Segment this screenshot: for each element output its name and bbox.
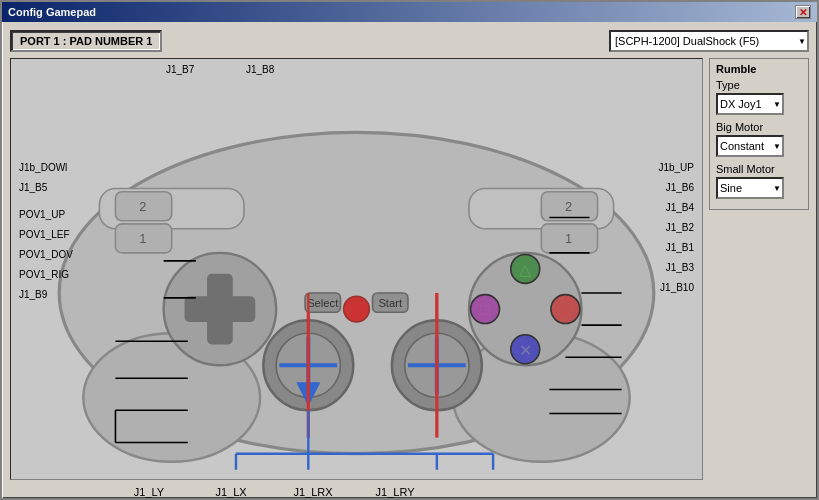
svg-text:Start: Start — [378, 297, 403, 309]
btn-label-pov1-up[interactable]: POV1_UP — [19, 209, 65, 220]
btn-label-pov1-left[interactable]: POV1_LEF — [19, 229, 70, 240]
rumble-title: Rumble — [716, 63, 802, 75]
title-bar: Config Gamepad ✕ — [2, 2, 817, 22]
rumble-big-motor-select[interactable]: Constant Sine None — [716, 135, 784, 157]
svg-point-31 — [344, 296, 370, 322]
config-gamepad-window: Config Gamepad ✕ PORT 1 : PAD NUMBER 1 [… — [0, 0, 819, 500]
rumble-box: Rumble Type DX Joy1 DX Joy2 None Big Mo — [709, 58, 809, 210]
pad-select-wrapper: [SCPH-1200] DualShock (F5) — [609, 30, 809, 52]
close-button[interactable]: ✕ — [795, 5, 811, 19]
btn-label-pov1-down[interactable]: POV1_DOV — [19, 249, 73, 260]
rumble-type-select-wrapper: DX Joy1 DX Joy2 None — [716, 93, 784, 115]
svg-text:1: 1 — [565, 231, 572, 246]
gamepad-svg: △ ○ ✕ □ Select Start — [11, 59, 702, 479]
btn-label-j1-b8[interactable]: J1_B8 — [246, 64, 274, 75]
axis-label-j1lx: J1_LX — [190, 486, 272, 498]
btn-label-j1-b4[interactable]: J1_B4 — [666, 202, 694, 213]
axis-label-j1lry: J1_LRY — [354, 486, 436, 498]
gamepad-area: △ ○ ✕ □ Select Start — [10, 58, 703, 480]
right-panel: Rumble Type DX Joy1 DX Joy2 None Big Mo — [709, 58, 809, 480]
rumble-small-motor-select-wrapper: Sine Constant None — [716, 177, 784, 199]
rumble-type-label: Type — [716, 79, 802, 91]
rumble-small-motor-select[interactable]: Sine Constant None — [716, 177, 784, 199]
axis-label-j1ly: J1_LY — [108, 486, 190, 498]
btn-label-j1-b5[interactable]: J1_B5 — [19, 182, 47, 193]
svg-text:○: ○ — [561, 301, 571, 319]
rumble-big-motor-field: Big Motor Constant Sine None — [716, 121, 802, 157]
svg-text:1: 1 — [139, 231, 146, 246]
rumble-big-motor-label: Big Motor — [716, 121, 802, 133]
btn-label-j1-b2[interactable]: J1_B2 — [666, 222, 694, 233]
rumble-type-select[interactable]: DX Joy1 DX Joy2 None — [716, 93, 784, 115]
btn-label-j1-b7[interactable]: J1_B7 — [166, 64, 194, 75]
window-title: Config Gamepad — [8, 6, 96, 18]
svg-text:□: □ — [480, 301, 490, 319]
pad-select-row: [SCPH-1200] DualShock (F5) — [609, 30, 809, 52]
btn-label-pov1-right[interactable]: POV1_RIG — [19, 269, 69, 280]
rumble-small-motor-label: Small Motor — [716, 163, 802, 175]
btn-label-j1b-up[interactable]: J1b_UP — [658, 162, 694, 173]
svg-text:2: 2 — [139, 199, 146, 214]
top-row: PORT 1 : PAD NUMBER 1 [SCPH-1200] DualSh… — [10, 30, 809, 52]
rumble-big-motor-select-wrapper: Constant Sine None — [716, 135, 784, 157]
svg-text:2: 2 — [565, 199, 572, 214]
btn-label-j1-b6[interactable]: J1_B6 — [666, 182, 694, 193]
axis-labels-row: J1_LY J1_LX J1_LRX J1_LRY — [108, 486, 809, 498]
svg-text:Select: Select — [307, 297, 339, 309]
rumble-type-field: Type DX Joy1 DX Joy2 None — [716, 79, 802, 115]
btn-label-j1b-down[interactable]: J1b_DOWl — [19, 162, 67, 173]
svg-text:✕: ✕ — [519, 341, 532, 359]
rumble-small-motor-field: Small Motor Sine Constant None — [716, 163, 802, 199]
btn-label-j1-b1[interactable]: J1_B1 — [666, 242, 694, 253]
btn-label-j1-b9[interactable]: J1_B9 — [19, 289, 47, 300]
btn-label-j1-b3[interactable]: J1_B3 — [666, 262, 694, 273]
svg-rect-7 — [207, 274, 233, 345]
svg-text:△: △ — [519, 260, 532, 278]
port-label: PORT 1 : PAD NUMBER 1 — [10, 30, 162, 52]
axis-label-j1lrx: J1_LRX — [272, 486, 354, 498]
main-content: PORT 1 : PAD NUMBER 1 [SCPH-1200] DualSh… — [2, 22, 817, 500]
pad-select[interactable]: [SCPH-1200] DualShock (F5) — [609, 30, 809, 52]
bottom-area: J1_LY J1_LX J1_LRX J1_LRY FullHalfQuarte… — [10, 486, 809, 500]
main-area: △ ○ ✕ □ Select Start — [10, 58, 809, 480]
btn-label-j1-b10[interactable]: J1_B10 — [660, 282, 694, 293]
